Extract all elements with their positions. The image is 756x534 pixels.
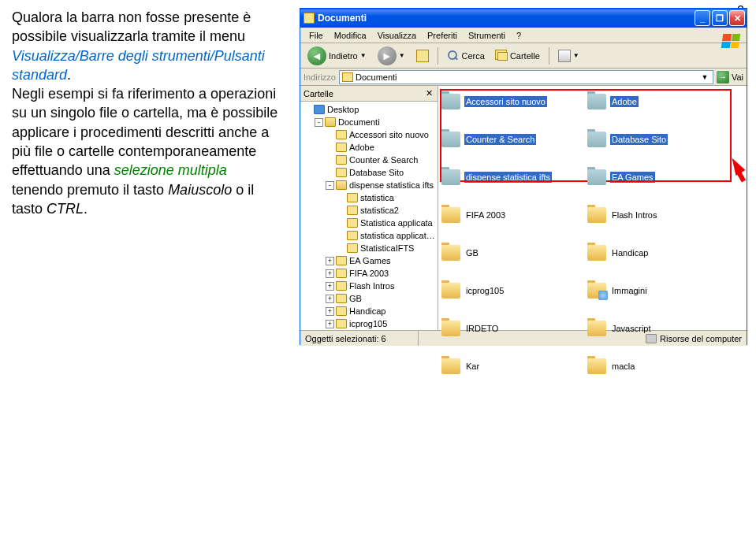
folder-item[interactable]: Immagini: [587, 281, 717, 300]
address-input[interactable]: Documenti ▼: [339, 70, 713, 84]
folder-item[interactable]: dispense statistica ifts: [441, 168, 572, 187]
tree-item[interactable]: +Handicap: [300, 305, 438, 317]
titlebar[interactable]: Documenti _ ❐ ✕: [300, 9, 747, 28]
text-p2f: CTRL: [47, 201, 84, 217]
folders-button[interactable]: Cartelle: [492, 49, 544, 62]
folder-item[interactable]: GB: [441, 243, 572, 262]
tree-content[interactable]: Desktop-DocumentiAccessori sito nuovoAdo…: [300, 102, 438, 330]
folder-item[interactable]: FIFA 2003: [441, 206, 572, 224]
text-p1b: Visualizza/Barre degli strumenti/Pulsant…: [12, 48, 265, 83]
views-button[interactable]: ▼: [554, 48, 583, 64]
folder-label: Handicap: [610, 247, 650, 258]
expand-toggle[interactable]: -: [315, 118, 323, 127]
tree-item[interactable]: -Documenti: [300, 116, 438, 128]
menu-view[interactable]: Visualizza: [372, 29, 422, 42]
folder-list[interactable]: Accessori sito nuovoAdobeCounter & Searc…: [438, 86, 747, 330]
folder-icon: [347, 206, 358, 215]
tree-item[interactable]: Database Sito: [300, 166, 438, 179]
back-button[interactable]: ◄ Indietro ▼: [304, 45, 371, 67]
menu-favorites[interactable]: Preferiti: [422, 29, 463, 42]
folder-icon: [587, 207, 606, 223]
expand-toggle[interactable]: +: [326, 295, 334, 303]
expand-toggle[interactable]: -: [326, 181, 334, 190]
folder-icon: [347, 243, 358, 253]
folder-icon: [441, 169, 460, 185]
close-panel-button[interactable]: ✕: [423, 88, 434, 99]
folder-item[interactable]: Accessori sito nuovo: [441, 92, 572, 111]
folder-icon: [304, 13, 315, 24]
tree-item[interactable]: StatisticaIFTS: [300, 242, 438, 254]
separator: [438, 47, 438, 65]
folder-item[interactable]: Adobe: [587, 92, 717, 111]
tree-item[interactable]: -dispense statistica ifts: [300, 179, 438, 191]
chevron-down-icon: ▼: [399, 52, 405, 59]
tree-item-label: statistica: [360, 193, 394, 202]
expand-toggle[interactable]: +: [326, 320, 334, 328]
menu-file[interactable]: File: [304, 29, 329, 42]
intro-text: Qualora la barra non fosse presente è po…: [0, 0, 292, 218]
tree-item[interactable]: Statistica applicata: [300, 217, 438, 229]
folder-label: GB: [464, 247, 480, 258]
tree-item-label: Desktop: [327, 105, 359, 114]
tree-item-label: statistica2: [360, 206, 399, 215]
folder-item[interactable]: Handicap: [587, 243, 717, 262]
menu-edit[interactable]: Modifica: [329, 29, 372, 42]
tree-item-label: Adobe: [349, 143, 374, 152]
folder-icon: [336, 269, 347, 278]
up-button[interactable]: [412, 48, 433, 64]
tree-item[interactable]: Counter & Search: [300, 154, 438, 166]
tree-item[interactable]: Desktop: [300, 103, 438, 116]
tree-item[interactable]: +icprog105: [300, 317, 438, 330]
folder-item[interactable]: Javascript: [587, 319, 717, 338]
tree-item-label: GB: [349, 294, 362, 303]
forward-icon: ►: [378, 46, 397, 65]
folder-item[interactable]: IRDETO: [441, 319, 572, 338]
folder-icon: [336, 294, 347, 303]
windows-logo-icon: [717, 27, 745, 55]
folder-label: IRDETO: [464, 323, 500, 334]
tree-item[interactable]: Adobe: [300, 141, 438, 154]
tree-item[interactable]: +FIFA 2003: [300, 267, 438, 280]
tree-item[interactable]: statistica: [300, 191, 438, 204]
folder-item[interactable]: Database Sito: [587, 130, 717, 149]
menu-tools[interactable]: Strumenti: [463, 29, 511, 42]
expand-toggle[interactable]: +: [326, 282, 334, 291]
folder-icon: [347, 231, 358, 240]
folder-item[interactable]: Flash Intros: [587, 206, 717, 224]
folder-icon: [336, 319, 347, 328]
folder-label: EA Games: [610, 172, 655, 183]
folder-item[interactable]: EA Games: [587, 168, 717, 187]
folder-item[interactable]: macla: [587, 357, 717, 376]
folder-item[interactable]: Kar: [441, 357, 572, 376]
minimize-button[interactable]: _: [695, 10, 710, 26]
chevron-down-icon[interactable]: ▼: [699, 73, 710, 81]
folder-item[interactable]: Counter & Search: [441, 130, 572, 149]
tree-item[interactable]: +EA Games: [300, 254, 438, 267]
forward-button[interactable]: ► ▼: [374, 45, 409, 67]
search-button[interactable]: Cerca: [443, 48, 489, 64]
folder-icon: [587, 283, 606, 299]
folder-icon: [325, 117, 336, 127]
folder-icon: [336, 168, 347, 177]
folder-label: Flash Intros: [610, 210, 658, 221]
folder-label: macla: [610, 361, 636, 372]
go-label: Vai: [732, 72, 743, 82]
expand-toggle[interactable]: +: [326, 257, 334, 265]
addressbar: Indirizzo Documenti ▼ → Vai: [300, 69, 747, 86]
expand-toggle[interactable]: +: [326, 307, 334, 316]
tree-item[interactable]: statistica applicata dc: [300, 229, 438, 242]
expand-toggle[interactable]: +: [326, 269, 334, 278]
folder-label: FIFA 2003: [464, 210, 507, 221]
go-button[interactable]: → Vai: [717, 71, 743, 83]
folder-icon: [336, 281, 347, 291]
maximize-button[interactable]: ❐: [712, 10, 728, 26]
tree-item[interactable]: +Flash Intros: [300, 280, 438, 292]
search-icon: [447, 50, 460, 62]
close-button[interactable]: ✕: [729, 10, 745, 26]
menu-help[interactable]: ?: [511, 29, 527, 42]
folder-item[interactable]: icprog105: [441, 281, 572, 300]
tree-item[interactable]: statistica2: [300, 204, 438, 217]
tree-item[interactable]: +GB: [300, 292, 438, 305]
tree-item[interactable]: Accessori sito nuovo: [300, 128, 438, 141]
text-p2b: selezione multipla: [114, 162, 227, 178]
